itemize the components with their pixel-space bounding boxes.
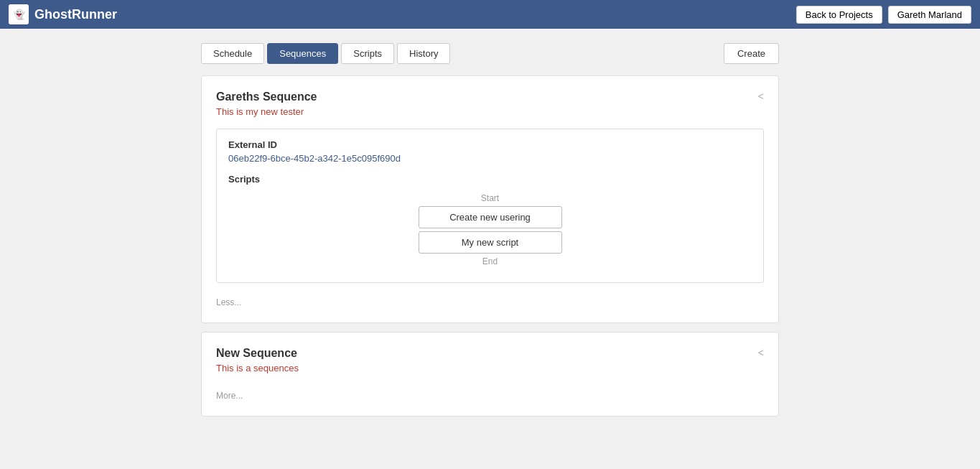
chevron-icon-1[interactable]: < <box>758 90 764 102</box>
header: 👻 GhostRunner Back to Projects Gareth Ma… <box>0 0 980 29</box>
sequence-title-1: Gareths Sequence <box>216 90 764 103</box>
tab-scripts[interactable]: Scripts <box>341 43 394 64</box>
logo: 👻 GhostRunner <box>9 4 117 24</box>
script-button-2[interactable]: My new script <box>419 231 562 254</box>
tab-schedule[interactable]: Schedule <box>201 43 264 64</box>
flow-end-label: End <box>482 256 498 266</box>
user-button[interactable]: Gareth Marland <box>888 6 971 24</box>
sequence-desc-2: This is a sequences <box>216 363 764 373</box>
back-to-projects-button[interactable]: Back to Projects <box>796 6 882 24</box>
logo-icon: 👻 <box>9 4 29 24</box>
external-id-box: External ID 06eb22f9-6bce-45b2-a342-1e5c… <box>216 129 764 283</box>
chevron-icon-2[interactable]: < <box>758 347 764 358</box>
script-button-1[interactable]: Create new usering <box>419 206 562 228</box>
sequence-title-2: New Sequence <box>216 347 764 360</box>
sequence-card-1: < Gareths Sequence This is my new tester… <box>201 75 779 323</box>
logo-text: GhostRunner <box>34 7 117 22</box>
tabs-row: Schedule Sequences Scripts History Creat… <box>201 43 779 64</box>
sequence-card-2: < New Sequence This is a sequences More.… <box>201 332 779 417</box>
sequence-desc-1: This is my new tester <box>216 106 764 117</box>
main-content: Schedule Sequences Scripts History Creat… <box>0 29 980 440</box>
tab-sequences[interactable]: Sequences <box>267 43 338 64</box>
external-id-label: External ID <box>228 139 752 150</box>
tab-history[interactable]: History <box>397 43 450 64</box>
toggle-link-2[interactable]: More... <box>216 391 243 401</box>
scripts-label: Scripts <box>228 174 752 185</box>
external-id-value: 06eb22f9-6bce-45b2-a342-1e5c095f690d <box>228 153 752 164</box>
toggle-link-1[interactable]: Less... <box>216 297 241 307</box>
flow-start-label: Start <box>481 193 499 203</box>
script-flow: Start Create new usering My new script E… <box>228 193 752 266</box>
create-button[interactable]: Create <box>724 43 779 64</box>
header-right: Back to Projects Gareth Marland <box>796 6 971 24</box>
tabs: Schedule Sequences Scripts History <box>201 43 450 64</box>
